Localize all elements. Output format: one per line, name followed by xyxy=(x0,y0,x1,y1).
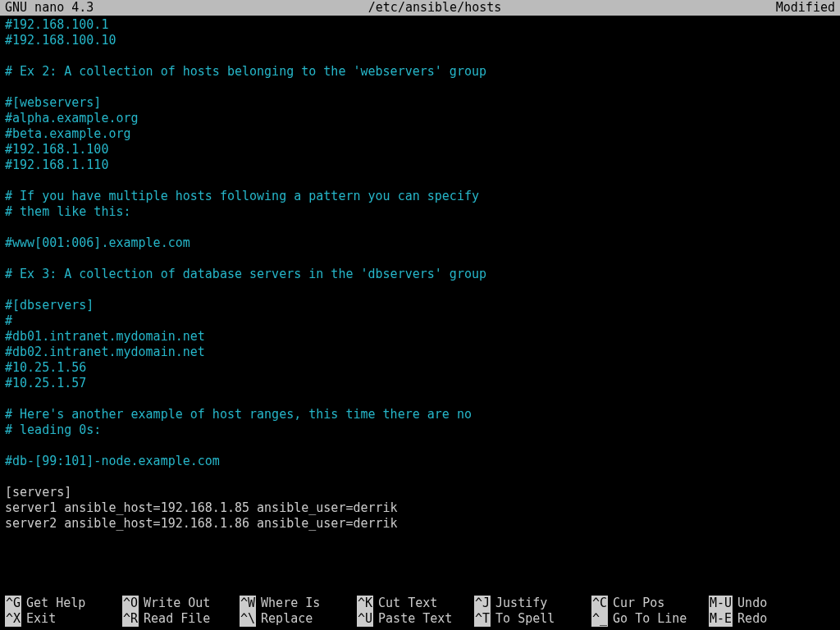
shortcut-label: Cut Text xyxy=(378,596,437,611)
file-path: /etc/ansible/hosts xyxy=(94,0,775,16)
editor-line[interactable] xyxy=(5,469,840,485)
editor-line[interactable]: #db02.intranet.mydomain.net xyxy=(5,345,840,360)
editor-line[interactable]: #[dbservers] xyxy=(5,298,840,313)
editor-line[interactable]: #192.168.100.1 xyxy=(5,17,840,33)
editor-line[interactable] xyxy=(5,220,840,235)
editor-line[interactable]: #10.25.1.56 xyxy=(5,360,840,376)
shortcut-key: ^C xyxy=(591,596,608,611)
editor-line[interactable]: #db-[99:101]-node.example.com xyxy=(5,454,840,469)
shortcut[interactable]: ^\Replace xyxy=(240,611,357,627)
shortcut-label: Undo xyxy=(737,596,767,611)
editor-line[interactable]: #[webservers] xyxy=(5,95,840,111)
shortcut-label: Replace xyxy=(261,611,313,627)
shortcut-label: To Spell xyxy=(495,611,555,627)
shortcut-key: ^R xyxy=(122,611,139,627)
editor-line[interactable]: # leading 0s: xyxy=(5,422,840,438)
shortcut[interactable]: ^WWhere Is xyxy=(240,596,357,611)
editor-line[interactable] xyxy=(5,80,840,95)
shortcut[interactable]: ^UPaste Text xyxy=(357,611,474,627)
editor-line[interactable]: #www[001:006].example.com xyxy=(5,235,840,251)
shortcut[interactable]: ^GGet Help xyxy=(5,596,122,611)
shortcut-bar: ^GGet Help^OWrite Out^WWhere Is^KCut Tex… xyxy=(0,596,840,630)
editor-line[interactable]: #192.168.1.100 xyxy=(5,142,840,158)
shortcut-row-1: ^GGet Help^OWrite Out^WWhere Is^KCut Tex… xyxy=(5,596,840,611)
shortcut-key: ^K xyxy=(357,596,373,611)
shortcut-key: ^G xyxy=(5,596,21,611)
shortcut[interactable]: ^_Go To Line xyxy=(591,611,709,627)
shortcut-key: ^\ xyxy=(240,611,256,627)
shortcut[interactable]: ^OWrite Out xyxy=(122,596,240,611)
editor-area[interactable]: #192.168.100.1#192.168.100.10 # Ex 2: A … xyxy=(0,16,840,532)
shortcut-key: M-E xyxy=(709,611,733,627)
nano-version: GNU nano 4.3 xyxy=(0,0,94,16)
editor-line[interactable] xyxy=(5,173,840,189)
shortcut[interactable]: ^CCur Pos xyxy=(591,596,709,611)
shortcut[interactable]: ^TTo Spell xyxy=(474,611,591,627)
shortcut[interactable]: ^XExit xyxy=(5,611,122,627)
editor-line[interactable] xyxy=(5,282,840,298)
shortcut[interactable]: ^RRead File xyxy=(122,611,240,627)
shortcut-key: ^_ xyxy=(591,611,608,627)
shortcut-label: Where Is xyxy=(261,596,320,611)
modified-flag: Modified xyxy=(776,0,840,16)
shortcut-label: Cur Pos xyxy=(613,596,664,611)
shortcut-key: M-U xyxy=(709,596,733,611)
editor-line[interactable]: #10.25.1.57 xyxy=(5,376,840,391)
shortcut-label: Get Help xyxy=(26,596,85,611)
shortcut[interactable]: M-UUndo xyxy=(709,596,826,611)
editor-line[interactable]: [servers] xyxy=(5,485,840,500)
shortcut-key: ^X xyxy=(5,611,21,627)
shortcut-label: Redo xyxy=(737,611,767,627)
editor-line[interactable]: # Ex 3: A collection of database servers… xyxy=(5,267,840,282)
title-bar: GNU nano 4.3 /etc/ansible/hosts Modified xyxy=(0,0,840,16)
editor-line[interactable] xyxy=(5,48,840,64)
shortcut-key: ^W xyxy=(240,596,256,611)
shortcut[interactable]: ^JJustify xyxy=(474,596,591,611)
editor-line[interactable]: #beta.example.org xyxy=(5,126,840,142)
editor-line[interactable]: # Here's another example of host ranges,… xyxy=(5,407,840,422)
shortcut-label: Go To Line xyxy=(613,611,687,627)
editor-line[interactable]: #192.168.1.110 xyxy=(5,158,840,173)
editor-line[interactable]: #db01.intranet.mydomain.net xyxy=(5,329,840,345)
shortcut-row-2: ^XExit^RRead File^\Replace^UPaste Text^T… xyxy=(5,611,840,627)
shortcut-label: Read File xyxy=(144,611,210,627)
editor-line[interactable]: # xyxy=(5,313,840,329)
editor-line[interactable]: server2 ansible_host=192.168.1.86 ansibl… xyxy=(5,516,840,532)
editor-line[interactable]: # them like this: xyxy=(5,204,840,220)
editor-line[interactable]: #alpha.example.org xyxy=(5,111,840,126)
editor-line[interactable]: # If you have multiple hosts following a… xyxy=(5,189,840,204)
shortcut[interactable]: M-ERedo xyxy=(709,611,826,627)
shortcut-label: Exit xyxy=(26,611,56,627)
shortcut-key: ^O xyxy=(122,596,139,611)
shortcut-label: Paste Text xyxy=(378,611,452,627)
editor-line[interactable] xyxy=(5,438,840,454)
shortcut[interactable]: ^KCut Text xyxy=(357,596,474,611)
shortcut-key: ^U xyxy=(357,611,373,627)
shortcut-label: Justify xyxy=(495,596,547,611)
editor-line[interactable] xyxy=(5,251,840,267)
shortcut-key: ^T xyxy=(474,611,491,627)
editor-line[interactable]: server1 ansible_host=192.168.1.85 ansibl… xyxy=(5,500,840,516)
editor-line[interactable]: #192.168.100.10 xyxy=(5,33,840,48)
editor-line[interactable] xyxy=(5,391,840,407)
shortcut-label: Write Out xyxy=(144,596,210,611)
shortcut-key: ^J xyxy=(474,596,491,611)
editor-line[interactable]: # Ex 2: A collection of hosts belonging … xyxy=(5,64,840,80)
